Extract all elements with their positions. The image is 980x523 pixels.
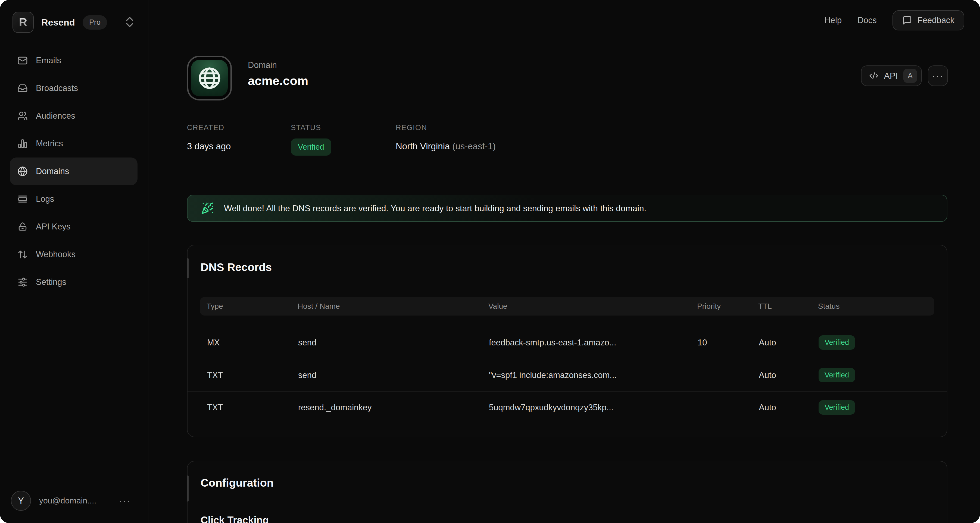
feedback-label: Feedback xyxy=(918,16,955,25)
sidebar-item-metrics[interactable]: Metrics xyxy=(10,130,137,157)
sidebar-item-label: Broadcasts xyxy=(36,83,78,93)
sidebar-item-label: Metrics xyxy=(36,139,63,149)
region-value: North Virginia (us-east-1) xyxy=(396,141,496,152)
globe-icon xyxy=(198,67,221,90)
cell-host: send xyxy=(298,338,489,347)
arrows-up-down-icon xyxy=(18,249,28,260)
sidebar-item-emails[interactable]: Emails xyxy=(10,47,137,74)
region-name: North Virginia xyxy=(396,141,450,151)
help-link[interactable]: Help xyxy=(824,16,842,25)
chevrons-up-down-icon[interactable] xyxy=(123,15,137,29)
message-square-icon xyxy=(902,16,912,25)
user-account[interactable]: Y you@domain.... ··· xyxy=(11,489,138,512)
table-row[interactable]: TXT send "v=spf1 include:amazonses.com..… xyxy=(188,359,947,391)
dns-table-body: MX send feedback-smtp.us-east-1.amazo...… xyxy=(188,326,947,423)
card-notch xyxy=(187,258,189,278)
ellipsis-icon[interactable]: ··· xyxy=(119,495,138,506)
sidebar-item-logs[interactable]: Logs xyxy=(10,185,137,213)
status-badge: Verified xyxy=(819,400,855,415)
click-tracking-label: Click Tracking xyxy=(200,515,269,523)
table-row[interactable]: MX send feedback-smtp.us-east-1.amazo...… xyxy=(188,326,947,359)
api-button[interactable]: API A xyxy=(861,65,922,86)
avatar: Y xyxy=(11,491,31,511)
sidebar-item-label: Audiences xyxy=(36,111,75,121)
cell-value: 5uqmdw7qpxudkyvdonqzy35kp... xyxy=(489,403,698,412)
inbox-icon xyxy=(18,83,28,94)
sidebar-item-settings[interactable]: Settings xyxy=(10,268,137,296)
domain-meta: CREATED 3 days ago STATUS Verified REGIO… xyxy=(187,124,496,155)
sidebar-item-label: Webhooks xyxy=(36,250,76,259)
topbar: Help Docs Feedback xyxy=(824,10,964,30)
cell-ttl: Auto xyxy=(759,338,819,347)
sidebar-item-label: API Keys xyxy=(36,222,71,231)
domain-tile xyxy=(187,55,232,100)
page-title: acme.com xyxy=(248,74,309,88)
column-priority: Priority xyxy=(697,302,758,311)
sidebar-item-domains[interactable]: Domains xyxy=(10,157,137,185)
column-host: Host / Name xyxy=(298,302,488,311)
column-type: Type xyxy=(207,302,298,311)
cell-priority: 10 xyxy=(698,338,759,347)
dns-records-card: DNS Records Type Host / Name Value Prior… xyxy=(187,245,947,437)
sidebar-item-label: Emails xyxy=(36,55,61,65)
sidebar-item-broadcasts[interactable]: Broadcasts xyxy=(10,74,137,102)
lock-icon xyxy=(18,222,28,232)
cell-host: send xyxy=(298,370,489,380)
docs-link[interactable]: Docs xyxy=(858,16,877,25)
dns-table-header: Type Host / Name Value Priority TTL Stat… xyxy=(200,297,934,315)
party-popper-icon xyxy=(201,202,213,214)
banner-message: Well done! All the DNS records are verif… xyxy=(224,203,646,214)
code-icon xyxy=(869,71,878,80)
keyboard-shortcut-badge: A xyxy=(904,69,917,83)
sidebar-item-audiences[interactable]: Audiences xyxy=(10,102,137,130)
configuration-card: Configuration Click Tracking xyxy=(187,461,947,523)
column-value: Value xyxy=(488,302,697,311)
sidebar-item-label: Domains xyxy=(36,166,69,176)
sidebar-item-api-keys[interactable]: API Keys xyxy=(10,213,137,241)
sliders-icon xyxy=(18,277,28,287)
cell-ttl: Auto xyxy=(759,370,819,380)
ellipsis-icon: ··· xyxy=(932,71,944,81)
created-value: 3 days ago xyxy=(187,141,291,152)
column-status: Status xyxy=(818,302,934,311)
api-button-label: API xyxy=(884,71,898,81)
brand-name: Resend xyxy=(41,17,75,28)
domain-eyebrow: Domain xyxy=(248,60,277,70)
region-code: (us-east-1) xyxy=(452,141,496,151)
cell-type: TXT xyxy=(207,370,298,380)
configuration-title: Configuration xyxy=(200,477,274,489)
more-options-button[interactable]: ··· xyxy=(928,65,948,86)
avatar-initial: Y xyxy=(18,496,24,506)
bar-chart-icon xyxy=(18,138,28,149)
status-badge: Verified xyxy=(819,368,855,382)
cell-value: feedback-smtp.us-east-1.amazo... xyxy=(489,338,698,347)
meta-region: REGION North Virginia (us-east-1) xyxy=(396,124,496,155)
region-label: REGION xyxy=(396,124,496,132)
sidebar-item-label: Logs xyxy=(36,194,54,204)
resend-logo: R xyxy=(13,12,34,33)
plan-badge: Pro xyxy=(83,15,107,30)
sidebar: R Resend Pro Emails Broadcasts xyxy=(0,0,148,523)
globe-icon xyxy=(18,166,28,176)
sidebar-item-label: Settings xyxy=(36,277,66,287)
resend-logo-letter: R xyxy=(19,16,27,29)
sidebar-item-webhooks[interactable]: Webhooks xyxy=(10,241,137,268)
cell-value: "v=spf1 include:amazonses.com... xyxy=(489,370,698,380)
feedback-button[interactable]: Feedback xyxy=(892,10,964,30)
column-ttl: TTL xyxy=(758,302,818,311)
status-badge: Verified xyxy=(819,335,855,350)
table-row[interactable]: TXT resend._domainkey 5uqmdw7qpxudkyvdon… xyxy=(188,391,947,423)
status-badge: Verified xyxy=(291,138,331,155)
users-icon xyxy=(18,111,28,121)
cell-type: MX xyxy=(207,338,298,347)
workspace-switcher[interactable]: R Resend Pro xyxy=(13,11,107,33)
success-banner: Well done! All the DNS records are verif… xyxy=(187,195,947,222)
cell-host: resend._domainkey xyxy=(298,403,489,412)
rows-icon xyxy=(18,194,28,204)
cell-ttl: Auto xyxy=(759,403,819,412)
cell-type: TXT xyxy=(207,403,298,412)
status-label: STATUS xyxy=(291,124,396,132)
mail-icon xyxy=(18,55,28,66)
card-notch xyxy=(187,475,189,502)
user-email: you@domain.... xyxy=(39,496,111,506)
